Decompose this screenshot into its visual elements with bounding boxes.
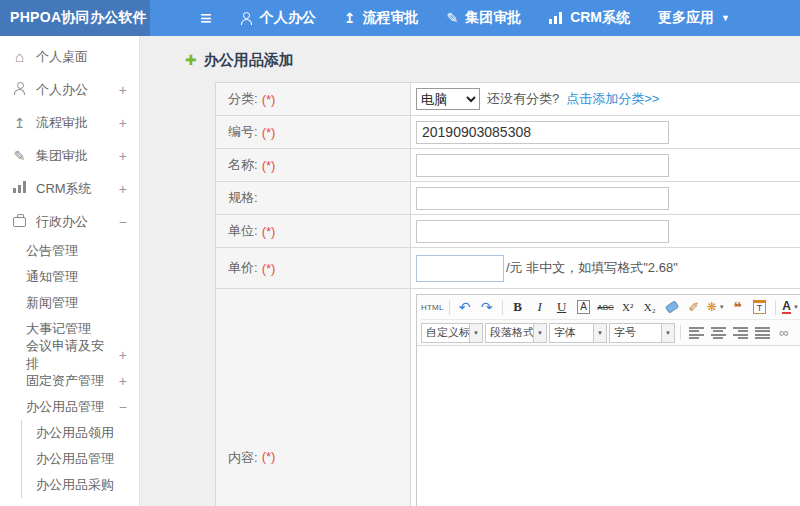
sidebar-item-office-supplies-mgmt[interactable]: 办公用品管理 − — [0, 394, 139, 420]
form-row-name: 名称: (*) — [216, 149, 800, 182]
app-window: PHPOA协同办公软件 ≡ 个人办公 ↥ 流程审批 ✎ 集团审批 CRM系统 更… — [0, 0, 800, 506]
expand-toggle: + — [119, 347, 127, 363]
font-color-button[interactable]: A ▼ — [781, 297, 800, 317]
format-painter-button[interactable]: ✐ — [684, 297, 704, 317]
spec-input[interactable] — [416, 187, 669, 210]
sidebar-label: 流程审批 — [36, 114, 88, 132]
category-hint: 还没有分类? — [487, 90, 559, 108]
category-select[interactable]: 电脑 — [416, 88, 480, 110]
edit-icon: ✎ — [12, 149, 27, 163]
align-center-button[interactable] — [708, 323, 728, 343]
office-supply-form: 分类: (*) 电脑 还没有分类? 点击添加分类>> 编号: — [215, 82, 800, 506]
toolbar-separator — [680, 325, 681, 340]
caret-down-icon: ▼ — [661, 324, 674, 342]
nav-label: 更多应用 — [658, 9, 714, 27]
form-row-price: 单价: (*) /元 非中文，如填写格式"2.68" — [216, 248, 800, 289]
sidebar-label: 行政办公 — [36, 213, 88, 231]
align-left-button[interactable] — [686, 323, 706, 343]
blockquote-button[interactable]: ❝ — [728, 297, 748, 317]
sidebar-label: 个人桌面 — [36, 48, 88, 66]
bar-chart-icon — [13, 181, 27, 193]
sidebar-item-office-supplies-requisition[interactable]: 办公用品领用 — [22, 420, 139, 446]
required-mark: (*) — [262, 224, 276, 239]
bar-chart-icon — [549, 12, 563, 24]
field-label: 内容: — [228, 449, 258, 467]
editor-toolbar: HTML ↶ ↷ B I U A ABC — [417, 295, 800, 346]
superscript-button[interactable]: X² — [618, 297, 638, 317]
nav-personal-office[interactable]: 个人办公 — [240, 9, 316, 27]
sidebar: ⌂ 个人桌面 个人办公 + ↥ 流程审批 + ✎ 集团审批 + CRM系统 — [0, 36, 140, 506]
sidebar-item-office-supplies-purchase[interactable]: 办公用品采购 — [22, 472, 139, 498]
align-right-button[interactable] — [730, 323, 750, 343]
html-source-button[interactable]: HTML — [421, 297, 444, 317]
nav-group-approval[interactable]: ✎ 集团审批 — [446, 9, 521, 27]
field-label: 名称: — [228, 156, 258, 174]
subscript-button[interactable]: X₂ — [640, 297, 660, 317]
sidebar-item-news-mgmt[interactable]: 新闻管理 — [0, 290, 139, 316]
paste-as-text-button[interactable]: T — [750, 297, 770, 317]
sidebar-label: 办公用品领用 — [36, 424, 114, 442]
align-justify-icon — [755, 327, 770, 339]
name-input[interactable] — [416, 154, 669, 177]
sidebar-label: CRM系统 — [36, 180, 92, 198]
undo-button[interactable]: ↶ — [455, 297, 475, 317]
caret-down-icon: ▼ — [793, 304, 799, 310]
wand-icon: ❋ — [707, 300, 717, 314]
sidebar-item-admin-office[interactable]: 行政办公 − — [0, 205, 139, 238]
font-family-dropdown[interactable]: 字体 ▼ — [549, 323, 607, 343]
price-input[interactable] — [416, 255, 504, 282]
font-size-dropdown[interactable]: 字号 ▼ — [609, 323, 675, 343]
menu-toggle-icon[interactable]: ≡ — [200, 8, 212, 28]
sidebar-item-crm-system[interactable]: CRM系统 + — [0, 172, 139, 205]
form-row-unit: 单位: (*) — [216, 215, 800, 248]
font-style-button[interactable]: A — [574, 297, 594, 317]
align-justify-button[interactable] — [752, 323, 772, 343]
sidebar-item-workflow-approval[interactable]: ↥ 流程审批 + — [0, 106, 139, 139]
sidebar-item-personal-office[interactable]: 个人办公 + — [0, 73, 139, 106]
sidebar-item-notice-mgmt[interactable]: 通知管理 — [0, 264, 139, 290]
quick-format-button[interactable]: ❋ ▼ — [706, 297, 726, 317]
sidebar-item-announcement-mgmt[interactable]: 公告管理 — [0, 238, 139, 264]
sidebar-item-fixed-assets-mgmt[interactable]: 固定资产管理 + — [0, 368, 139, 394]
collapse-toggle: − — [119, 214, 127, 230]
sidebar-label: 新闻管理 — [26, 294, 78, 312]
required-mark: (*) — [262, 125, 276, 140]
field-label: 编号: — [228, 123, 258, 141]
toolbar-separator — [775, 300, 776, 315]
sidebar-item-office-supplies-manage[interactable]: 办公用品管理 — [22, 446, 139, 472]
unit-input[interactable] — [416, 220, 669, 243]
strikethrough-button[interactable]: ABC — [596, 297, 616, 317]
add-category-link[interactable]: 点击添加分类>> — [566, 90, 659, 108]
bold-button[interactable]: B — [508, 297, 528, 317]
remove-format-button[interactable] — [662, 297, 682, 317]
code-input[interactable] — [416, 121, 669, 144]
align-right-icon — [733, 327, 748, 339]
sidebar-item-personal-desktop[interactable]: ⌂ 个人桌面 — [0, 40, 139, 73]
expand-toggle: + — [119, 148, 127, 164]
sidebar-label: 个人办公 — [36, 81, 88, 99]
required-mark: (*) — [262, 449, 276, 464]
top-nav: ≡ 个人办公 ↥ 流程审批 ✎ 集团审批 CRM系统 更多应用 ▼ — [150, 0, 730, 36]
insert-link-button[interactable]: ∞ — [774, 323, 794, 343]
paragraph-format-dropdown[interactable]: 段落格式 ▼ — [485, 323, 547, 343]
sidebar-item-group-approval[interactable]: ✎ 集团审批 + — [0, 139, 139, 172]
sidebar-label: 集团审批 — [36, 147, 88, 165]
sidebar-item-meeting-request-mgmt[interactable]: 会议申请及安排 + — [0, 342, 139, 368]
page-title: ✚ 办公用品添加 — [185, 48, 800, 72]
nav-crm-system[interactable]: CRM系统 — [549, 9, 630, 27]
form-row-content: 内容: (*) HTML ↶ ↷ — [216, 289, 800, 506]
required-mark: (*) — [262, 261, 276, 276]
italic-button[interactable]: I — [530, 297, 550, 317]
nav-workflow-approval[interactable]: ↥ 流程审批 — [344, 9, 419, 27]
nav-more-apps[interactable]: 更多应用 ▼ — [658, 9, 730, 27]
underline-button[interactable]: U — [552, 297, 572, 317]
field-label: 单价: — [228, 259, 258, 277]
editor-content-area[interactable] — [417, 346, 800, 506]
caret-down-icon: ▼ — [721, 14, 730, 23]
field-label: 分类: — [228, 90, 258, 108]
custom-heading-dropdown[interactable]: 自定义标题 ▼ — [421, 323, 483, 343]
nav-label: 流程审批 — [362, 9, 418, 27]
redo-button[interactable]: ↷ — [477, 297, 497, 317]
main-content: ✚ 办公用品添加 分类: (*) 电脑 还没有分类? 点击添加分类>> — [140, 36, 800, 506]
align-left-icon — [689, 327, 704, 339]
